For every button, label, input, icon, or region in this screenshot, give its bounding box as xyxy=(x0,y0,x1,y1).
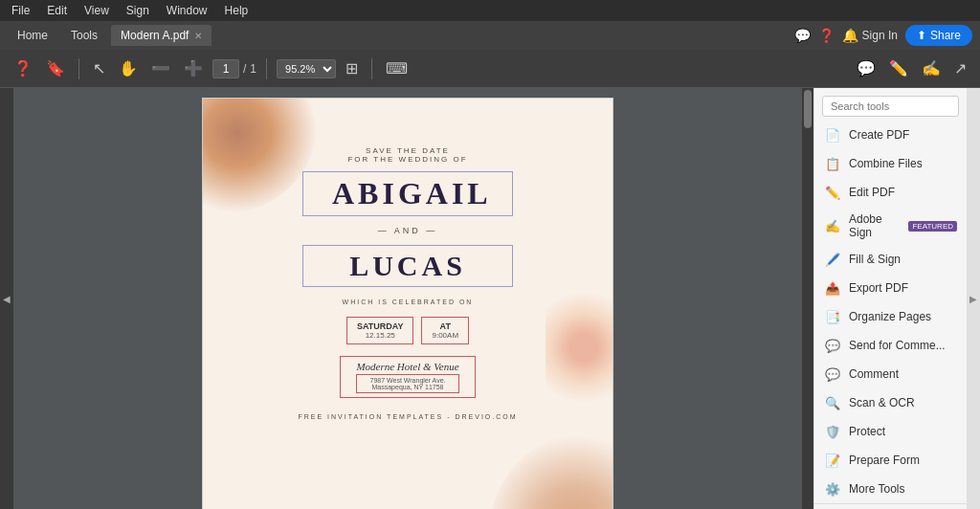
right-collapse-icon: ▶ xyxy=(969,294,977,304)
tool-item-comment[interactable]: 💬Comment xyxy=(814,360,967,388)
featured-badge: FEATURED xyxy=(908,221,957,232)
tool-item-adobe-sign[interactable]: ✍️Adobe SignFEATURED xyxy=(814,207,967,245)
venue-box: Moderne Hotel & Venue 7987 West Wrangler… xyxy=(340,356,475,398)
tab-file[interactable]: Modern A.pdf ✕ xyxy=(111,25,212,46)
zoom-control: 95.2% xyxy=(277,59,336,78)
pdf-content: SAVE THE DATE FOR THE WEDDING OF ABIGAIL… xyxy=(232,118,584,420)
left-panel-collapse[interactable]: ◀ xyxy=(0,88,13,509)
send-for-comment-icon: 💬 xyxy=(824,337,841,354)
toolbar: ❓ 🔖 ↖ ✋ ➖ ➕ / 1 95.2% ⊞ ⌨ 💬 ✏️ ✍️ ↗ xyxy=(0,50,980,88)
search-tools-input[interactable] xyxy=(822,96,959,117)
more-tools-label: More Tools xyxy=(849,482,957,496)
zoom-select[interactable]: 95.2% xyxy=(277,59,336,78)
cursor-icon[interactable]: ↖ xyxy=(89,55,109,81)
more-tools-icon: ⚙️ xyxy=(824,480,841,498)
scan-ocr-icon: 🔍 xyxy=(824,394,841,411)
floral-decoration-bottom-right xyxy=(488,432,612,509)
zoom-out-icon[interactable]: ➖ xyxy=(147,55,174,81)
menu-file[interactable]: File xyxy=(4,2,37,19)
tool-item-export-pdf[interactable]: 📤Export PDF xyxy=(814,274,967,302)
day-label: SATURDAY xyxy=(357,321,404,331)
help-toolbar-icon[interactable]: ❓ xyxy=(10,55,36,81)
organize-pages-icon: 📑 xyxy=(824,308,841,325)
time-value: 9:00AM xyxy=(432,331,458,340)
tools-panel-header xyxy=(814,88,967,121)
edit-pdf-label: Edit PDF xyxy=(849,186,957,199)
left-collapse-arrow-icon: ◀ xyxy=(3,294,11,304)
main-area: ◀ SAVE THE DATE FOR THE WEDDING OF ABIGA… xyxy=(0,88,980,509)
fill-sign-label: Fill & Sign xyxy=(849,253,957,266)
protect-icon: 🛡️ xyxy=(824,423,841,440)
scrollbar-thumb[interactable] xyxy=(804,90,812,128)
sign-in-button[interactable]: Sign In xyxy=(862,29,898,42)
footer-text: FREE INVITATION TEMPLATES - DREVIO.COM xyxy=(298,413,517,420)
share-toolbar-icon[interactable]: ↗ xyxy=(950,55,970,81)
comment-label: Comment xyxy=(849,367,957,381)
edit-pdf-icon: ✏️ xyxy=(824,184,841,201)
page-number-input[interactable] xyxy=(212,59,239,78)
fit-page-icon[interactable]: ⊞ xyxy=(342,55,362,81)
menu-bar: File Edit View Sign Window Help xyxy=(0,0,980,21)
help-icon[interactable]: ❓ xyxy=(814,24,838,47)
adobe-sign-label: Adobe Sign xyxy=(849,212,901,239)
name-abigail-box: ABIGAIL xyxy=(302,171,513,216)
create-pdf-label: Create PDF xyxy=(849,128,957,142)
prepare-form-label: Prepare Form xyxy=(849,454,957,467)
draw-icon[interactable]: ✏️ xyxy=(885,55,912,81)
panel-footer: Store and share files in the Document Cl… xyxy=(814,503,967,509)
notification-icon[interactable]: 🔔 xyxy=(838,24,862,47)
tools-list: 📄Create PDF📋Combine Files✏️Edit PDF✍️Ado… xyxy=(814,121,967,503)
tab-close-button[interactable]: ✕ xyxy=(194,31,202,41)
menu-view[interactable]: View xyxy=(77,2,117,19)
export-pdf-icon: 📤 xyxy=(824,279,841,297)
zoom-in-icon[interactable]: ➕ xyxy=(180,55,207,81)
address-line1: 7987 West Wrangler Ave. xyxy=(361,377,454,384)
time-box: AT 9:00AM xyxy=(421,317,469,344)
share-button[interactable]: ⬆ Share xyxy=(905,25,972,46)
fill-sign-icon: 🖊️ xyxy=(824,251,841,268)
tool-item-prepare-form[interactable]: 📝Prepare Form xyxy=(814,446,967,475)
tool-item-more-tools[interactable]: ⚙️More Tools xyxy=(814,475,967,503)
tool-item-organize-pages[interactable]: 📑Organize Pages xyxy=(814,302,967,331)
combine-files-label: Combine Files xyxy=(849,157,957,170)
day-box: SATURDAY 12.15.25 xyxy=(346,317,414,344)
menu-edit[interactable]: Edit xyxy=(39,2,75,19)
menu-help[interactable]: Help xyxy=(217,2,256,19)
venue-name: Moderne Hotel & Venue xyxy=(356,361,458,372)
right-panel-collapse[interactable]: ▶ xyxy=(967,88,980,509)
name-lucas: LUCAS xyxy=(349,250,466,281)
bookmark-icon[interactable]: 🔖 xyxy=(42,55,69,81)
keyboard-icon[interactable]: ⌨ xyxy=(382,55,412,81)
tool-item-protect[interactable]: 🛡️Protect xyxy=(814,417,967,446)
date-value: 12.15.25 xyxy=(357,331,404,340)
menu-window[interactable]: Window xyxy=(159,2,215,19)
tool-item-fill-sign[interactable]: 🖊️Fill & Sign xyxy=(814,245,967,274)
tools-panel: 📄Create PDF📋Combine Files✏️Edit PDF✍️Ado… xyxy=(813,88,967,509)
share-icon: ⬆ xyxy=(917,29,926,42)
tool-item-combine-files[interactable]: 📋Combine Files xyxy=(814,149,967,178)
combine-files-icon: 📋 xyxy=(824,155,841,172)
right-area: 📄Create PDF📋Combine Files✏️Edit PDF✍️Ado… xyxy=(813,88,980,509)
protect-label: Protect xyxy=(849,425,957,438)
comment-toolbar-icon[interactable]: 💬 xyxy=(853,55,880,81)
scan-ocr-label: Scan & OCR xyxy=(849,396,957,409)
send-for-comment-label: Send for Comme... xyxy=(849,339,957,352)
pdf-document: SAVE THE DATE FOR THE WEDDING OF ABIGAIL… xyxy=(202,98,613,509)
cloud-icon[interactable]: 💬 xyxy=(791,24,814,47)
save-the-date-text: SAVE THE DATE FOR THE WEDDING OF xyxy=(347,146,467,164)
pdf-scrollbar[interactable] xyxy=(802,88,813,509)
venue-address: 7987 West Wrangler Ave. Massapequa, NY 1… xyxy=(356,374,458,393)
tool-item-create-pdf[interactable]: 📄Create PDF xyxy=(814,121,967,149)
tool-item-scan-ocr[interactable]: 🔍Scan & OCR xyxy=(814,388,967,417)
tab-bar-right: 💬 ❓ 🔔 Sign In ⬆ Share xyxy=(791,24,972,47)
menu-sign[interactable]: Sign xyxy=(119,2,157,19)
tool-item-edit-pdf[interactable]: ✏️Edit PDF xyxy=(814,178,967,207)
prepare-form-icon: 📝 xyxy=(824,452,841,469)
page-nav: / 1 xyxy=(212,59,256,78)
sign-toolbar-icon[interactable]: ✍️ xyxy=(918,55,945,81)
tab-tools[interactable]: Tools xyxy=(61,25,107,46)
tool-item-send-for-comment[interactable]: 💬Send for Comme... xyxy=(814,331,967,360)
hand-icon[interactable]: ✋ xyxy=(115,55,142,81)
tab-home[interactable]: Home xyxy=(8,25,57,46)
tab-file-label: Modern A.pdf xyxy=(121,29,189,42)
